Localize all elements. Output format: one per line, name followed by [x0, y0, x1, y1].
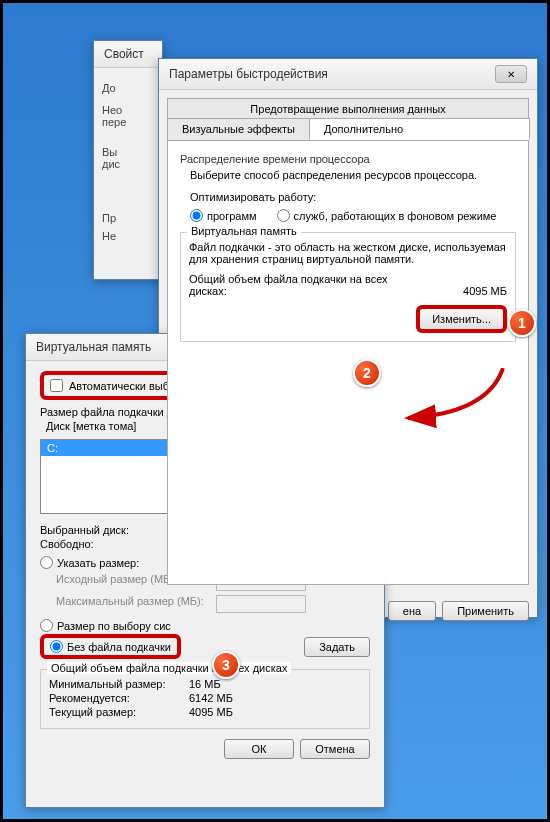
radio-no-pagefile[interactable]: Без файла подкачки: [40, 634, 181, 659]
perf-tab-content: Распределение времени процессора Выберит…: [167, 140, 529, 585]
max-size-input: [216, 595, 306, 613]
radio-no-pagefile-input[interactable]: [50, 640, 63, 653]
properties-title: Свойст: [104, 47, 144, 61]
perf-title: Параметры быстродействия: [169, 67, 328, 81]
annotation-marker-3: 3: [212, 651, 240, 679]
performance-options-window: Параметры быстродействия ✕ Предотвращени…: [158, 58, 538, 618]
rec-label: Рекомендуется:: [49, 692, 189, 704]
radio-system-input[interactable]: [40, 619, 53, 632]
change-button[interactable]: Изменить...: [416, 305, 507, 333]
min-label: Минимальный размер:: [49, 678, 189, 690]
properties-window: Свойст До Неопере Выдис Пр Не: [93, 40, 163, 280]
vm-total-label: Общий объем файла подкачки на всех диска…: [189, 273, 409, 297]
sched-desc: Выберите способ распределения ресурсов п…: [190, 169, 516, 181]
properties-titlebar: Свойст: [94, 41, 162, 68]
rec-value: 6142 МБ: [189, 692, 233, 704]
virtual-memory-group: Виртуальная память Файл подкачки - это о…: [180, 232, 516, 342]
processor-scheduling-title: Распределение времени процессора: [180, 153, 516, 165]
tab-visual-effects[interactable]: Визуальные эффекты: [167, 118, 310, 140]
auto-size-checkbox[interactable]: [50, 379, 63, 392]
vm-title: Виртуальная память: [36, 340, 151, 354]
vm-cancel-button[interactable]: Отмена: [300, 739, 370, 759]
perf-titlebar: Параметры быстродействия ✕: [159, 59, 537, 90]
total-group-title: Общий объем файла подкачки на всех диска…: [47, 662, 291, 674]
radio-services[interactable]: служб, работающих в фоновом режиме: [277, 209, 497, 222]
perf-cancel-button[interactable]: ена: [388, 601, 436, 621]
vm-ok-button[interactable]: ОК: [224, 739, 294, 759]
annotation-marker-2: 2: [353, 359, 381, 387]
perf-apply-button[interactable]: Применить: [442, 601, 529, 621]
free-space-label: Свободно:: [40, 538, 180, 550]
radio-custom-input[interactable]: [40, 556, 53, 569]
selected-drive-label: Выбранный диск:: [40, 524, 180, 536]
radio-services-input[interactable]: [277, 209, 290, 222]
vm-total-value: 4095 МБ: [463, 285, 507, 297]
radio-programs-input[interactable]: [190, 209, 203, 222]
set-button[interactable]: Задать: [304, 637, 370, 657]
annotation-marker-1: 1: [508, 309, 536, 337]
vm-group-title: Виртуальная память: [187, 225, 301, 237]
radio-programs[interactable]: программ: [190, 209, 257, 222]
vm-desc: Файл подкачки - это область на жестком д…: [189, 241, 507, 265]
radio-system-managed[interactable]: Размер по выбору сис: [40, 619, 370, 632]
min-value: 16 МБ: [189, 678, 221, 690]
max-size-label: Максимальный размер (МБ):: [56, 595, 216, 613]
tab-advanced[interactable]: Дополнительно: [309, 118, 530, 140]
opt-label: Оптимизировать работу:: [190, 191, 516, 203]
cur-value: 4095 МБ: [189, 706, 233, 718]
close-icon[interactable]: ✕: [495, 65, 527, 83]
tab-dep[interactable]: Предотвращение выполнения данных: [167, 98, 529, 119]
total-group: Общий объем файла подкачки на всех диска…: [40, 669, 370, 729]
cur-label: Текущий размер:: [49, 706, 189, 718]
